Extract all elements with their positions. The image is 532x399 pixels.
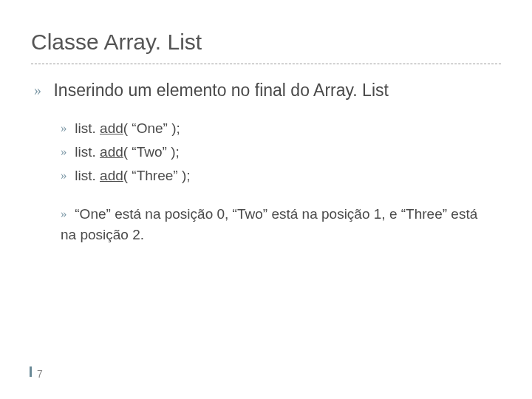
list-item: » list. add( “Two” ); <box>61 142 497 163</box>
code-pre: list. <box>75 168 100 183</box>
code-line: list. add( “Three” ); <box>75 168 190 183</box>
list-item: » list. add( “Three” ); <box>61 166 497 186</box>
slide-title: Classe Array. List <box>31 30 202 55</box>
explanation-text: “One” está na posição 0, “Two” está na p… <box>61 206 477 242</box>
code-line: list. add( “One” ); <box>75 120 180 136</box>
list-item: » “One” está na posição 0, “Two” está na… <box>61 204 497 245</box>
footer-accent-icon <box>16 366 32 377</box>
main-bullet: » Inserindo um elemento no final do Arra… <box>34 80 495 100</box>
main-bullet-text: Inserindo um elemento no final do Array.… <box>53 80 388 100</box>
code-method: add <box>100 168 123 183</box>
slide: Classe Array. List » Inserindo um elemen… <box>0 0 532 399</box>
spacer <box>61 189 497 204</box>
code-method: add <box>100 144 123 160</box>
list-item: » list. add( “One” ); <box>61 118 497 139</box>
code-post: ( “Two” ); <box>123 144 180 160</box>
code-pre: list. <box>75 120 100 136</box>
bullet-icon: » <box>61 166 71 186</box>
bullet-icon: » <box>34 80 41 100</box>
code-method: add <box>100 120 123 136</box>
title-divider <box>31 64 501 64</box>
code-line: list. add( “Two” ); <box>75 144 179 160</box>
bullet-icon: » <box>61 204 71 225</box>
code-post: ( “One” ); <box>123 120 180 136</box>
bullet-icon: » <box>61 118 71 139</box>
code-post: ( “Three” ); <box>123 168 191 183</box>
page-number: 7 <box>37 368 43 380</box>
sub-list: » list. add( “One” ); » list. add( “Two”… <box>61 118 497 248</box>
bullet-icon: » <box>61 142 71 163</box>
code-pre: list. <box>75 144 100 160</box>
